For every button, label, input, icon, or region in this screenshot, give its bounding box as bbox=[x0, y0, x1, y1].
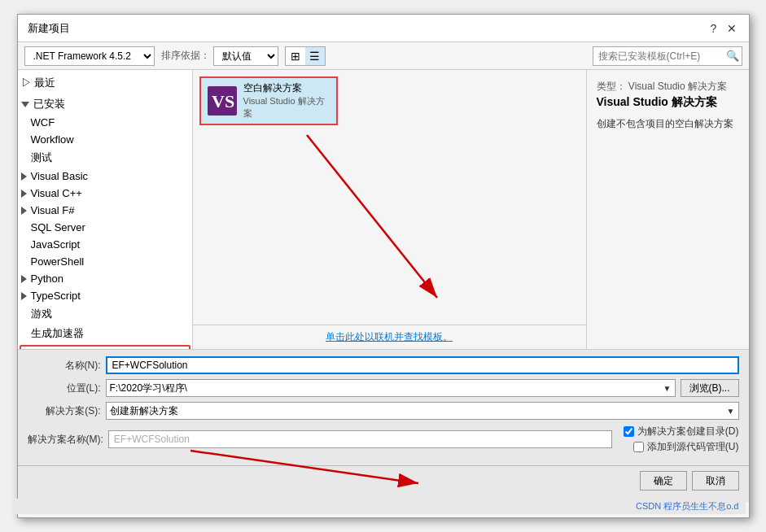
close-button[interactable]: ✕ bbox=[724, 21, 739, 36]
sidebar-item-accelerator[interactable]: 生成加速器 bbox=[18, 324, 192, 343]
right-panel: 类型： Visual Studio 解决方案 Visual Studio 解决方… bbox=[586, 70, 749, 349]
name-label: 名称(N): bbox=[28, 359, 101, 373]
sidebar-item-test[interactable]: 测试 bbox=[18, 148, 192, 168]
solution-value: 创建新解决方案 bbox=[110, 404, 178, 418]
location-dropdown[interactable]: F:\2020学习\程序\ ▼ bbox=[106, 379, 676, 397]
view-buttons: ⊞ ☰ bbox=[285, 46, 326, 66]
sidebar-category-installed[interactable]: 已安装 bbox=[18, 94, 192, 114]
create-dir-checkbox[interactable] bbox=[624, 426, 634, 437]
solution-label: 解决方案(S): bbox=[28, 404, 101, 418]
center-panel: VS 空白解决方案 Visual Studio 解决方案 bbox=[193, 70, 586, 349]
sidebar-item-sqlserver[interactable]: SQL Server bbox=[18, 219, 192, 236]
sidebar-item-vbasic[interactable]: Visual Basic bbox=[18, 168, 192, 185]
solution-name-label: 解决方案名称(M): bbox=[28, 433, 103, 447]
arrow2-overlay bbox=[28, 447, 635, 495]
solution-dropdown[interactable]: 创建新解决方案 ▼ bbox=[106, 402, 739, 420]
installed-section: 已安装 WCF Workflow 测试 Visual Basic Visual … bbox=[18, 93, 192, 349]
recent-label: ▷ 最近 bbox=[21, 76, 56, 90]
sidebar-item-wcf[interactable]: WCF bbox=[18, 114, 192, 131]
sort-label: 排序依据： bbox=[161, 49, 210, 63]
template-badge: Visual Studio 解决方案 bbox=[243, 95, 330, 120]
right-panel-title: Visual Studio 解决方案 bbox=[597, 95, 739, 110]
sidebar-item-python[interactable]: Python bbox=[18, 270, 192, 287]
form-row-name: 名称(N): bbox=[28, 356, 739, 374]
sidebar-item-javascript[interactable]: JavaScript bbox=[18, 236, 192, 253]
type-label: 类型： bbox=[597, 81, 626, 92]
left-sidebar: ▷ 最近 已安装 WCF Workflow 测试 Visual Basic Vi… bbox=[18, 70, 193, 349]
expand-icon-typescript bbox=[21, 292, 27, 300]
sidebar-item-workflow[interactable]: Workflow bbox=[18, 131, 192, 148]
main-content: ▷ 最近 已安装 WCF Workflow 测试 Visual Basic Vi… bbox=[18, 70, 749, 349]
grid-view-button[interactable]: ⊞ bbox=[286, 47, 305, 65]
framework-dropdown[interactable]: .NET Framework 4.5.2 bbox=[24, 46, 155, 66]
sidebar-item-powershell[interactable]: PowerShell bbox=[18, 253, 192, 270]
ok-button[interactable]: 确定 bbox=[640, 471, 687, 491]
solution-name-input[interactable] bbox=[108, 430, 612, 448]
checkbox-row-source-control: 添加到源代码管理(U) bbox=[633, 440, 739, 454]
top-toolbar: .NET Framework 4.5.2 排序依据： 默认值 ⊞ ☰ 🔍 bbox=[18, 42, 749, 70]
sidebar-item-games[interactable]: 游戏 bbox=[18, 304, 192, 324]
source-control-label: 添加到源代码管理(U) bbox=[647, 440, 739, 454]
expand-icon-python bbox=[21, 275, 27, 283]
template-icon-vs: VS bbox=[208, 86, 237, 116]
form-row-location: 位置(L): F:\2020学习\程序\ ▼ 浏览(B)... bbox=[28, 379, 739, 397]
help-button[interactable]: ? bbox=[707, 21, 721, 36]
title-bar: 新建项目 ? ✕ bbox=[18, 15, 749, 42]
template-item-blank-solution[interactable]: VS 空白解决方案 Visual Studio 解决方案 bbox=[199, 76, 338, 125]
solution-dropdown-arrow: ▼ bbox=[727, 407, 735, 416]
search-box: 🔍 bbox=[593, 46, 742, 66]
name-input[interactable] bbox=[106, 356, 739, 374]
expand-icon-installed bbox=[21, 102, 29, 107]
svg-text:VS: VS bbox=[212, 91, 234, 111]
expand-icon-vfsharp bbox=[21, 207, 27, 215]
browse-button[interactable]: 浏览(B)... bbox=[681, 379, 739, 397]
title-bar-buttons: ? ✕ bbox=[707, 21, 739, 36]
dialog-title: 新建项目 bbox=[28, 21, 70, 36]
sidebar-item-typescript[interactable]: TypeScript bbox=[18, 287, 192, 304]
cancel-button[interactable]: 取消 bbox=[692, 471, 739, 491]
search-input[interactable] bbox=[593, 49, 724, 63]
right-panel-type: 类型： Visual Studio 解决方案 bbox=[597, 80, 739, 94]
installed-label: 已安装 bbox=[33, 97, 65, 111]
sidebar-item-vcpp[interactable]: Visual C++ bbox=[18, 185, 192, 202]
list-view-button[interactable]: ☰ bbox=[305, 47, 325, 65]
template-info: 空白解决方案 Visual Studio 解决方案 bbox=[243, 82, 330, 120]
svg-line-5 bbox=[190, 451, 418, 483]
location-label: 位置(L): bbox=[28, 382, 101, 395]
template-name: 空白解决方案 bbox=[243, 82, 330, 95]
expand-icon-vbasic bbox=[21, 172, 27, 181]
right-panel-desc: 创建不包含项目的空白解决方案 bbox=[597, 116, 739, 131]
online-link[interactable]: 单击此处以联机并查找模板。 bbox=[193, 325, 586, 349]
type-value: Visual Studio 解决方案 bbox=[628, 81, 727, 92]
new-project-dialog: 新建项目 ? ✕ .NET Framework 4.5.2 排序依据： 默认值 … bbox=[17, 14, 750, 518]
form-row-solution: 解决方案(S): 创建新解决方案 ▼ bbox=[28, 402, 739, 420]
location-dropdown-arrow: ▼ bbox=[663, 384, 672, 393]
sort-dropdown[interactable]: 默认值 bbox=[213, 46, 278, 66]
source-control-checkbox[interactable] bbox=[633, 442, 644, 452]
checkbox-row-create-dir: 为解决方案创建目录(D) bbox=[624, 425, 739, 438]
sidebar-item-recent[interactable]: ▷ 最近 bbox=[18, 73, 192, 93]
sidebar-item-vfsharp[interactable]: Visual F# bbox=[18, 202, 192, 219]
template-grid: VS 空白解决方案 Visual Studio 解决方案 bbox=[193, 70, 586, 325]
bottom-buttons: 确定 取消 bbox=[18, 465, 749, 502]
expand-icon-vcpp bbox=[21, 190, 27, 198]
search-icon-button[interactable]: 🔍 bbox=[724, 47, 742, 65]
create-dir-label: 为解决方案创建目录(D) bbox=[637, 425, 739, 438]
location-value: F:\2020学习\程序\ bbox=[110, 382, 187, 395]
